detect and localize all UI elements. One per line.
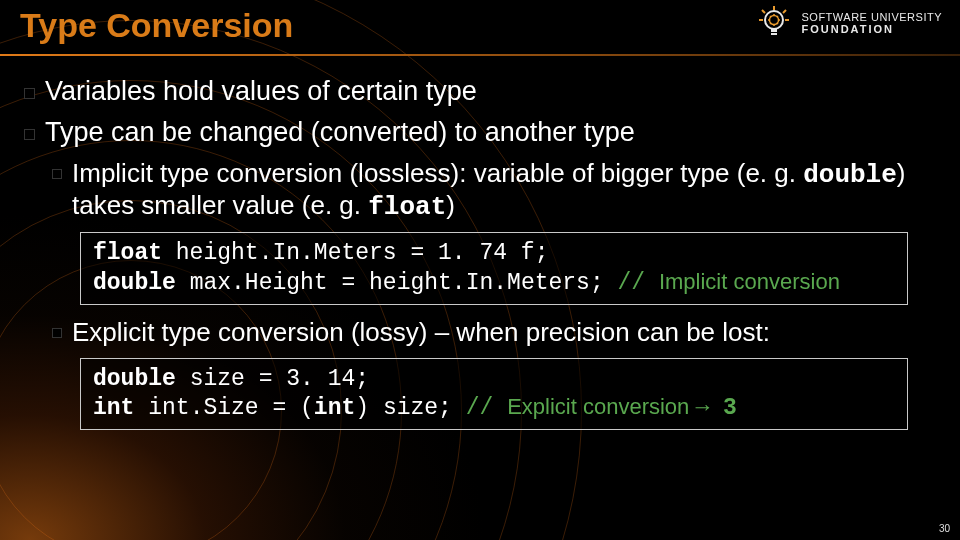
slide-title: Type Conversion [20, 6, 293, 45]
title-rule [0, 54, 960, 56]
subbullet-implicit-text: Implicit type conversion (lossless): var… [72, 158, 936, 222]
comment-text: Explicit conversion [507, 394, 695, 419]
bullet-2-text: Type can be changed (converted) to anoth… [45, 117, 936, 148]
code-block-explicit: double size = 3. 14; int int.Size = (int… [80, 358, 908, 431]
keyword-float: float [368, 192, 446, 222]
comment-result: 3 [709, 395, 737, 421]
bullet-square-icon [52, 328, 62, 338]
code-kw: float [93, 240, 162, 266]
svg-line-3 [783, 10, 786, 13]
subbullet-explicit-text: Explicit type conversion (lossy) – when … [72, 317, 936, 348]
text-part: ) [446, 190, 455, 220]
bullet-1: Variables hold values of certain type [24, 76, 936, 107]
comment-slashes: // [618, 270, 659, 296]
svg-line-11 [770, 16, 771, 17]
subbullet-implicit: Implicit type conversion (lossless): var… [52, 158, 936, 222]
arrow-icon: → [695, 395, 709, 421]
bullet-square-icon [52, 169, 62, 179]
code-text: max.Height = height.In.Meters; [176, 270, 618, 296]
code-text: int.Size = ( [134, 395, 313, 421]
code-comment: // Implicit conversion [618, 269, 840, 294]
logo-text: SOFTWARE UNIVERSITY FOUNDATION [802, 12, 943, 35]
svg-line-13 [770, 23, 771, 24]
code-text: ) size; [355, 395, 465, 421]
svg-line-2 [762, 10, 765, 13]
bullet-square-icon [24, 129, 35, 140]
svg-line-12 [776, 16, 777, 17]
lightbulb-gear-icon [754, 4, 794, 44]
code-text: size = 3. 14; [176, 366, 369, 392]
code-kw: double [93, 270, 176, 296]
text-part: Implicit type conversion (lossless): var… [72, 158, 803, 188]
code-comment: // Explicit conversion → 3 [466, 394, 737, 419]
slide: Type Conversion [0, 0, 960, 540]
logo: SOFTWARE UNIVERSITY FOUNDATION [754, 4, 943, 44]
logo-line2: FOUNDATION [802, 24, 943, 36]
subbullet-explicit: Explicit type conversion (lossy) – when … [52, 317, 936, 348]
code-text: height.In.Meters = 1. 74 f; [162, 240, 548, 266]
content: Variables hold values of certain type Ty… [24, 72, 936, 442]
bullet-square-icon [24, 88, 35, 99]
page-number: 30 [939, 523, 950, 534]
bullet-2: Type can be changed (converted) to anoth… [24, 117, 936, 148]
bullet-1-text: Variables hold values of certain type [45, 76, 936, 107]
code-kw: int [314, 395, 355, 421]
code-kw: int [93, 395, 134, 421]
svg-point-0 [765, 11, 783, 29]
comment-slashes: // [466, 395, 507, 421]
svg-line-14 [776, 23, 777, 24]
code-kw: double [93, 366, 176, 392]
comment-text: Implicit conversion [659, 269, 840, 294]
code-block-implicit: float height.In.Meters = 1. 74 f; double… [80, 232, 908, 305]
keyword-double: double [803, 160, 897, 190]
